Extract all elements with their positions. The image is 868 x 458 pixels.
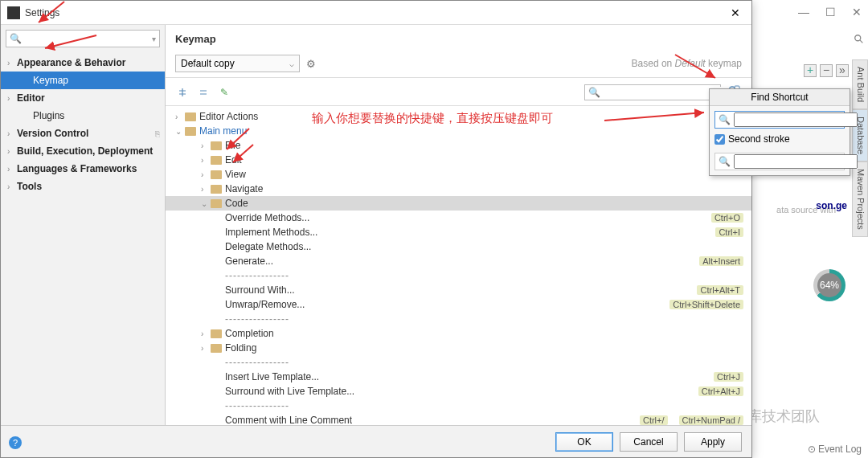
close-button[interactable]: ✕ [726,6,745,19]
tree-action[interactable]: ---------------- [166,268,751,283]
tree-label: Insert Live Template... [225,371,319,382]
dialog-buttons: OK Cancel Apply [1,425,751,457]
sidebar-search[interactable]: 🔍 ▾ [6,30,160,47]
second-stroke-check[interactable]: Second stroke [710,133,850,148]
tree-folder[interactable]: ›Folding [166,341,751,355]
tree-folder[interactable]: ›Editor Actions [166,109,751,124]
ok-button[interactable]: OK [555,432,613,452]
edit-icon[interactable]: ✎ [217,85,231,100]
chevron-right-icon: › [201,156,211,165]
tree-label: Unwrap/Remove... [225,299,305,310]
first-stroke-input[interactable]: 🔍 [714,111,845,129]
tree-label: ---------------- [225,270,289,281]
expand-arrow-icon: › [7,165,17,174]
second-stroke-input[interactable]: 🔍 [714,153,845,170]
help-icon[interactable]: ? [9,436,22,449]
expand-arrow-icon: › [7,129,17,138]
expand-all-icon[interactable] [175,85,190,100]
find-shortcut-popup: Find Shortcut 🔍 Second stroke 🔍 [709,88,850,176]
chevron-down-icon[interactable]: ▾ [152,35,156,43]
tree-label: View [225,169,246,180]
sidebar-item-editor[interactable]: ›Editor [1,89,165,107]
show-icon[interactable]: » [836,64,849,77]
tree-action[interactable]: Override Methods...Ctrl+O [166,211,751,225]
sidebar-item-version-control[interactable]: ›Version Control⎘ [1,125,165,142]
first-stroke-field[interactable] [734,112,858,127]
gear-icon[interactable]: ⚙ [306,58,316,70]
svg-line-1 [860,40,863,43]
maximize-icon[interactable]: ☐ [825,6,836,18]
sidebar-item-tools[interactable]: ›Tools [1,178,165,195]
sidebar-item-keymap[interactable]: Keymap [1,72,165,89]
keymap-tree[interactable]: ›Editor Actions⌄Main menu›File›Edit›View… [166,106,751,425]
tree-folder[interactable]: ›Edit [166,153,751,167]
tree-folder[interactable]: ›Completion [166,326,751,341]
second-stroke-label: Second stroke [728,133,790,145]
action-search[interactable]: 🔍 ▾ [584,84,721,100]
tree-label: Folding [225,342,256,354]
sidebar-item-label: Appearance & Behavior [17,57,125,68]
event-log-link[interactable]: ⊙ Event Log [808,444,862,455]
second-stroke-field[interactable] [734,154,858,169]
search-icon: 🔍 [719,114,731,125]
tree-action[interactable]: Insert Live Template...Ctrl+J [166,370,751,384]
action-search-input[interactable] [604,87,724,98]
tree-folder[interactable]: ›View [166,167,751,182]
tree-action[interactable]: Delegate Methods... [166,239,751,254]
sidebar-item-build-execution-deployment[interactable]: ›Build, Execution, Deployment [1,142,165,160]
tree-label: Surround with Live Template... [225,386,354,397]
settings-sidebar: 🔍 ▾ ›Appearance & BehaviorKeymap›EditorP… [1,25,166,425]
tree-label: ---------------- [225,400,289,411]
folder-icon [211,141,222,150]
chevron-down-icon: ⌄ [201,199,211,208]
keymap-scheme-select[interactable]: Default copy ⌵ [175,55,300,72]
tree-folder[interactable]: ⌄Code [166,196,751,211]
tree-folder[interactable]: ›Navigate [166,182,751,196]
folder-icon [185,127,196,136]
progress-gauge: 64% [813,269,845,301]
sidebar-search-input[interactable] [25,33,152,44]
expand-arrow-icon: › [7,59,17,67]
svg-point-0 [855,35,861,41]
sidebar-item-languages-frameworks[interactable]: ›Languages & Frameworks [1,160,165,178]
settings-titlebar: Settings ✕ [1,1,751,25]
tree-action[interactable]: ---------------- [166,355,751,370]
tree-action[interactable]: ---------------- [166,312,751,326]
collapse-all-icon[interactable] [196,85,211,100]
tree-label: Editor Actions [199,111,258,122]
sidebar-item-plugins[interactable]: Plugins [1,107,165,125]
tree-action[interactable]: Surround With...Ctrl+Alt+T [166,283,751,297]
tree-label: ---------------- [225,357,289,368]
tree-action[interactable]: Comment with Line CommentCtrl+/Ctrl+NumP… [166,413,751,425]
tree-label: Navigate [225,183,263,194]
cancel-button[interactable]: Cancel [620,432,678,452]
close-icon[interactable]: ✕ [852,6,862,18]
tree-label: Surround With... [225,284,295,296]
editor-fragment: son.ge [816,199,847,211]
expand-arrow-icon: › [7,182,17,191]
tab-maven[interactable]: Maven Projects [852,162,868,237]
app-icon [7,6,20,19]
tree-label: Main menu [199,125,247,137]
tree-action[interactable]: ---------------- [166,399,751,413]
chevron-right-icon: › [201,185,211,194]
apply-button[interactable]: Apply [684,432,742,452]
tab-ant[interactable]: Ant Build [852,59,868,109]
second-stroke-checkbox[interactable] [714,134,725,145]
tree-action[interactable]: Implement Methods...Ctrl+I [166,225,751,239]
keymap-toolbar: ✎ 🔍 ▾ [166,81,751,106]
shortcut-badge: Alt+Insert [699,256,743,266]
add-icon[interactable]: + [804,64,817,77]
tree-folder[interactable]: ›File [166,138,751,153]
tree-folder[interactable]: ⌄Main menu [166,124,751,138]
search-icon: 🔍 [588,87,600,98]
tree-action[interactable]: Generate...Alt+Insert [166,254,751,268]
page-title: Keymap [175,33,742,45]
search-everywhere-icon[interactable] [854,34,865,45]
minimize-icon[interactable]: — [798,6,809,18]
sidebar-item-appearance-behavior[interactable]: ›Appearance & Behavior [1,54,165,72]
remove-icon[interactable]: − [820,64,833,77]
tree-action[interactable]: Surround with Live Template...Ctrl+Alt+J [166,384,751,399]
tree-action[interactable]: Unwrap/Remove...Ctrl+Shift+Delete [166,297,751,312]
folder-icon [211,344,222,353]
